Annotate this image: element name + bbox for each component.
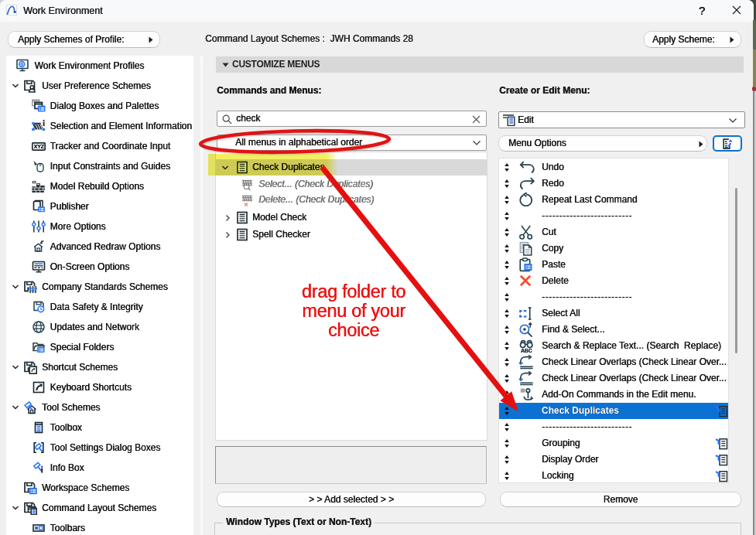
svg-text:XYZ: XYZ xyxy=(33,143,44,150)
svg-text:ABC: ABC xyxy=(521,348,532,353)
